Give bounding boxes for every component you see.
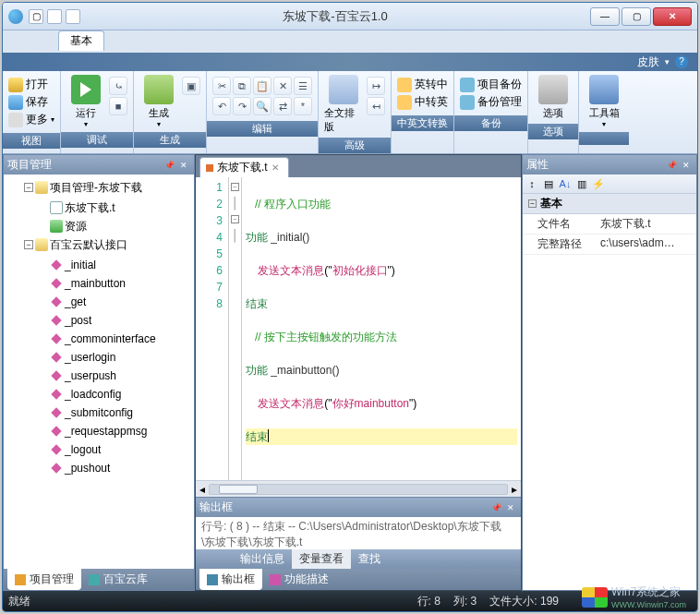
skin-label[interactable]: 皮肤 (637, 54, 659, 70)
translate-icon (397, 95, 412, 110)
tree-root[interactable]: −项目管理-东坡下载 东坡下载.t 资源 (22, 178, 190, 235)
tab-func-desc[interactable]: 功能描述 (262, 569, 336, 590)
prop-fullpath[interactable]: 完整路径c:\users\adm… (523, 235, 696, 255)
output-tab-info[interactable]: 输出信息 (233, 549, 292, 569)
prop-section[interactable]: −基本 (523, 194, 696, 214)
tree-func[interactable]: _pushout (37, 459, 190, 477)
save-button[interactable]: 保存 (8, 94, 54, 110)
cn-to-en-button[interactable]: 中转英 (397, 94, 448, 110)
outdent-icon[interactable]: ↤ (367, 97, 385, 115)
indent-icon[interactable]: ↦ (367, 77, 385, 95)
tab-project-manage[interactable]: 项目管理 (7, 569, 81, 590)
delete-icon[interactable]: ✕ (273, 77, 292, 95)
help-icon[interactable]: ? (675, 55, 688, 68)
file-icon (206, 164, 213, 172)
sort-icon[interactable]: ↕ (525, 176, 539, 191)
watermark-logo-icon (582, 587, 608, 608)
close-button[interactable]: ✕ (653, 7, 692, 26)
ribbon-tab-basic[interactable]: 基本 (58, 30, 104, 51)
project-backup-button[interactable]: 项目备份 (460, 77, 522, 92)
close-panel-icon[interactable]: ✕ (680, 160, 693, 171)
flash-icon[interactable]: ⚡ (591, 176, 606, 191)
ribbon-group-debug: 调试 (61, 132, 133, 148)
editor-tab[interactable]: 东坡下载.t✕ (199, 157, 289, 177)
ribbon-group-backup: 备份 (454, 115, 527, 131)
qat-new[interactable]: ▢ (29, 9, 43, 24)
tree-func[interactable]: _logout (37, 440, 190, 459)
typeset-button[interactable]: 全文排版 (324, 75, 363, 134)
build-clean-icon[interactable]: ▣ (182, 77, 200, 95)
en-to-cn-button[interactable]: 英转中 (397, 77, 448, 92)
pin-icon[interactable]: 📌 (163, 160, 175, 171)
open-button[interactable]: 打开 (8, 77, 54, 92)
output-body[interactable]: 行号: ( 8 ) -- 结束 -- C:\Users\Administrato… (196, 517, 521, 549)
play-icon (71, 75, 101, 104)
tree-func[interactable]: _initial (37, 256, 190, 274)
pin-icon[interactable]: 📌 (665, 160, 678, 171)
backup-manage-button[interactable]: 备份管理 (460, 94, 522, 110)
status-row: 行: 8 (417, 594, 441, 609)
undo-icon[interactable]: ↶ (212, 97, 231, 115)
properties-title: 属性 (526, 157, 549, 173)
paste-icon[interactable]: 📋 (253, 77, 272, 95)
close-panel-icon[interactable]: ✕ (177, 160, 190, 171)
tree-func[interactable]: _mainbutton (37, 274, 190, 293)
pin-icon[interactable]: 📌 (489, 502, 502, 513)
tree-func[interactable]: _post (37, 311, 190, 330)
toolbox-button[interactable]: 工具箱▾ (585, 75, 623, 128)
build-button[interactable]: 生成▾ (139, 75, 178, 128)
debug-step-icon[interactable]: ⤿ (109, 77, 127, 95)
prop-filename[interactable]: 文件名东坡下载.t (523, 214, 696, 235)
app-icon (8, 9, 23, 24)
tree-func[interactable]: _loadconfig (37, 385, 190, 403)
skin-dropdown-icon[interactable]: ▾ (665, 57, 670, 66)
goto-icon[interactable]: * (294, 97, 312, 115)
tree-func[interactable]: _submitconfig (37, 403, 190, 422)
tree-func[interactable]: _commoninterface (37, 330, 190, 348)
tree-func[interactable]: _userpush (37, 367, 190, 385)
close-panel-icon[interactable]: ✕ (504, 502, 517, 513)
find-icon[interactable]: 🔍 (253, 97, 272, 115)
maximize-button[interactable]: ▢ (622, 7, 651, 26)
minimize-button[interactable]: — (590, 7, 620, 26)
alpha-icon[interactable]: A↓ (558, 176, 573, 191)
category-icon[interactable]: ▤ (541, 176, 556, 191)
qat-save[interactable] (66, 9, 80, 24)
run-button[interactable]: 运行▾ (66, 75, 105, 128)
cut-icon[interactable]: ✂ (212, 77, 231, 95)
options-button[interactable]: 选项 (534, 75, 573, 120)
qat-open[interactable] (47, 9, 62, 24)
tab-output[interactable]: 输出框 (199, 569, 262, 590)
project-panel: 项目管理📌✕ −项目管理-东坡下载 东坡下载.t 资源 −百宝云默认接口 _in… (3, 154, 195, 591)
close-tab-icon[interactable]: ✕ (272, 163, 279, 173)
tree-func[interactable]: _get (37, 293, 190, 311)
output-tab-vars[interactable]: 变量查看 (292, 549, 351, 569)
copy-icon[interactable]: ⧉ (233, 77, 251, 95)
redo-icon[interactable]: ↷ (233, 97, 251, 115)
debug-stop-icon[interactable]: ■ (109, 97, 127, 115)
tree-func[interactable]: _requestappmsg (37, 422, 190, 440)
ribbon-group-advanced: 高级 (319, 138, 391, 153)
tree-func[interactable]: _userlogin (37, 348, 190, 367)
more-icon (8, 113, 23, 127)
code-editor[interactable]: 12345678 −│−│ // 程序入口功能 功能 _initial() 发送… (196, 177, 521, 480)
save-icon (8, 95, 23, 110)
tree-file[interactable]: 东坡下载.t (37, 199, 190, 217)
tree-iface-root[interactable]: −百宝云默认接口 _initial_mainbutton_get_post_co… (22, 235, 190, 477)
code-body[interactable]: // 程序入口功能 功能 _initial() 发送文本消息("初始化接口") … (242, 177, 521, 480)
fold-column[interactable]: −│−│ (229, 177, 242, 480)
bookmark-icon[interactable]: ☰ (294, 77, 312, 95)
tab-cloud-lib[interactable]: 百宝云库 (81, 569, 155, 590)
tree-resource[interactable]: 资源 (37, 217, 190, 235)
ribbon-group-edit: 编辑 (207, 121, 318, 137)
project-tree[interactable]: −项目管理-东坡下载 东坡下载.t 资源 −百宝云默认接口 _initial_m… (4, 175, 194, 569)
status-ready: 就绪 (8, 594, 30, 609)
editor-hscrollbar[interactable]: ◂▸ (196, 480, 521, 497)
output-tab-find[interactable]: 查找 (351, 549, 388, 569)
line-gutter: 12345678 (196, 177, 229, 480)
list-icon[interactable]: ▥ (574, 176, 589, 191)
more-button[interactable]: 更多▾ (8, 112, 54, 127)
properties-toolbar: ↕ ▤ A↓ ▥ ⚡ (523, 175, 696, 194)
replace-icon[interactable]: ⇄ (273, 97, 292, 115)
ribbon-group-view: 视图 (3, 133, 60, 149)
